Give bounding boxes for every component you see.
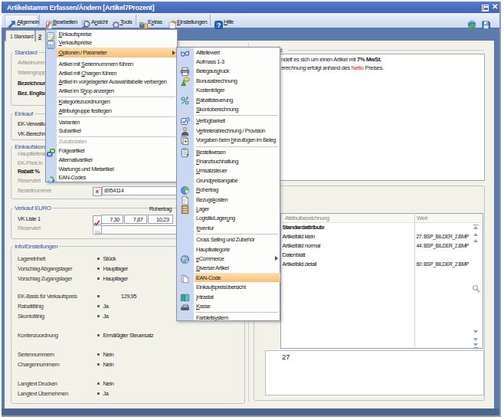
svg-text:?: ? bbox=[217, 21, 221, 29]
